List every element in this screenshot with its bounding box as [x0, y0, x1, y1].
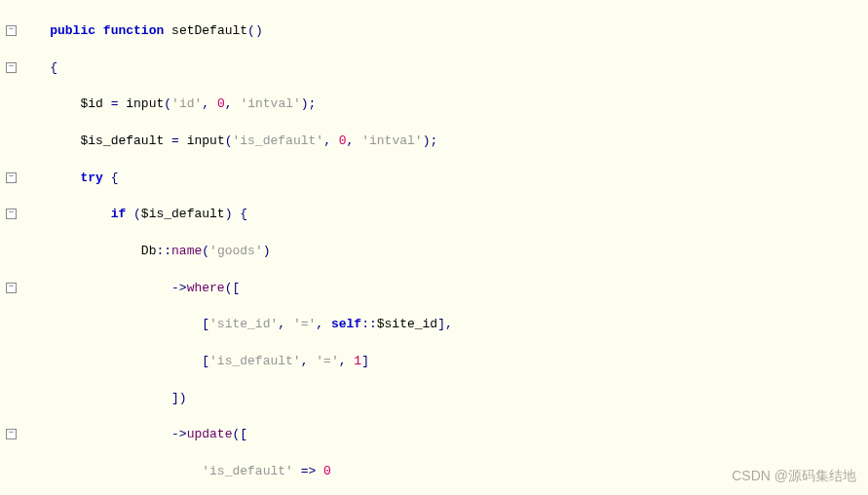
operator: ->: [171, 427, 187, 441]
string: 'intval': [240, 96, 300, 111]
number: 0: [323, 464, 331, 478]
watermark: CSDN @源码集结地: [732, 466, 856, 485]
function-name: setDefault: [171, 23, 247, 38]
variable: $id: [80, 96, 102, 111]
operator: =>: [301, 464, 317, 478]
code-block: − public function setDefault() − { $id =…: [0, 0, 868, 495]
variable: $is_default: [141, 207, 225, 221]
number: 1: [354, 354, 361, 368]
method: name: [171, 244, 202, 258]
keyword: if: [111, 207, 127, 221]
code-line: ]): [19, 390, 868, 408]
variable: $is_default: [80, 133, 164, 148]
string: 'is_default': [202, 464, 293, 478]
code-line: ['site_id', '=', self::$site_id],: [19, 316, 868, 334]
code-line: $id = input('id', 0, 'intval');: [19, 95, 868, 114]
string: 'site_id': [209, 317, 278, 331]
code-line: − public function setDefault(): [19, 22, 868, 41]
code-line: − {: [19, 59, 868, 78]
code-line: − try {: [19, 170, 868, 188]
string: 'id': [171, 96, 202, 111]
operator: =: [171, 133, 179, 148]
code-line: − ->where([: [19, 280, 868, 298]
string: '=': [293, 317, 316, 331]
operator: ->: [171, 281, 187, 295]
method: update: [187, 427, 233, 441]
function-call: input: [126, 96, 164, 111]
code-line: ['is_default', '=', 1]: [19, 353, 868, 371]
keyword: try: [80, 171, 102, 185]
keyword: self: [331, 317, 361, 331]
code-line: $is_default = input('is_default', 0, 'in…: [19, 133, 868, 151]
variable: $site_id: [377, 317, 437, 331]
fold-toggle[interactable]: −: [6, 172, 17, 183]
operator: ::: [361, 317, 377, 331]
class-name: Db: [141, 244, 157, 258]
string: 'goods': [209, 244, 263, 258]
code-line: Db::name('goods'): [19, 243, 868, 261]
keyword: function: [103, 23, 164, 38]
number: 0: [339, 133, 347, 148]
function-call: input: [187, 133, 225, 148]
fold-toggle[interactable]: −: [6, 283, 17, 293]
operator: =: [111, 96, 119, 111]
method: where: [187, 281, 225, 295]
string: 'intval': [361, 133, 422, 148]
code-line: − if ($is_default) {: [19, 206, 868, 224]
fold-toggle[interactable]: −: [6, 429, 17, 439]
string: '=': [316, 354, 338, 368]
fold-toggle[interactable]: −: [6, 209, 17, 219]
number: 0: [217, 96, 225, 111]
string: 'is_default': [209, 354, 301, 368]
code-line: − ->update([: [19, 426, 868, 444]
operator: ::: [156, 244, 171, 258]
fold-toggle[interactable]: −: [6, 62, 17, 73]
string: 'is_default': [233, 133, 324, 148]
fold-toggle[interactable]: −: [6, 25, 17, 36]
keyword: public: [50, 23, 95, 38]
